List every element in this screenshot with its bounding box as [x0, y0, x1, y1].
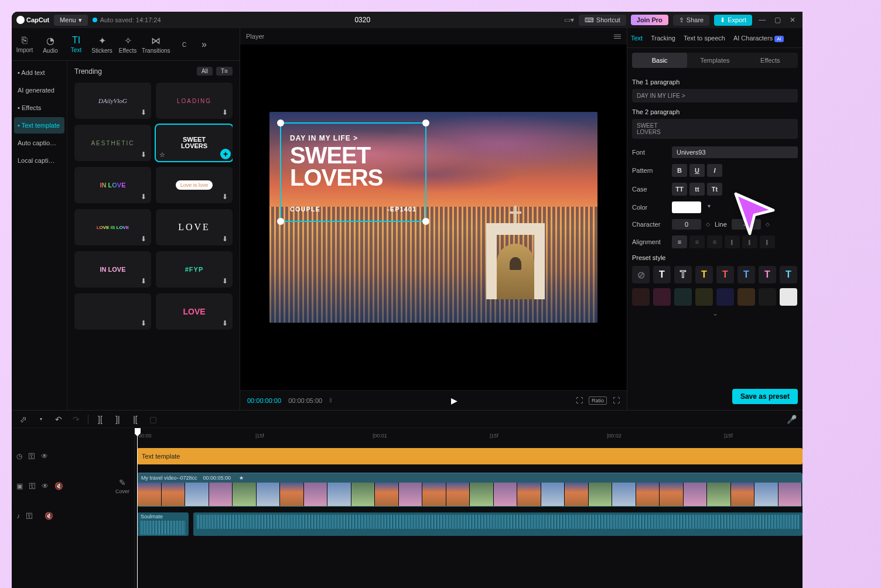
case-tt-button[interactable]: tt: [689, 183, 705, 196]
crop-icon[interactable]: ⛶: [576, 396, 583, 405]
playhead[interactable]: [137, 428, 138, 588]
template-0[interactable]: DAilyVloG⬇: [74, 83, 151, 119]
tool-tab-audio[interactable]: ◔Audio: [37, 28, 63, 60]
character-spacing-input[interactable]: 0: [672, 219, 701, 230]
mic-icon[interactable]: 🎤: [787, 415, 797, 424]
case-tt-button[interactable]: Tt: [707, 183, 722, 196]
template-7[interactable]: LOVE⬇: [156, 209, 233, 245]
pointer-tool[interactable]: ⬀: [18, 415, 29, 424]
template-6[interactable]: LOVE IS LOVE⬇: [74, 209, 151, 245]
sub-tab-basic[interactable]: Basic: [632, 53, 687, 68]
template-2[interactable]: AESTHETIC⬇: [74, 125, 151, 161]
shortcut-button[interactable]: ⌨ Shortcut: [579, 15, 626, 26]
preset-10[interactable]: [674, 288, 692, 306]
player-menu-icon[interactable]: [614, 35, 621, 39]
lock-icon-2[interactable]: ⚿: [29, 482, 36, 490]
prop-tab-tracking[interactable]: Tracking: [651, 32, 675, 44]
bold-button[interactable]: B: [672, 164, 687, 177]
preset-2[interactable]: T: [674, 266, 692, 283]
preset-14[interactable]: [759, 288, 776, 306]
filter-all[interactable]: All: [197, 67, 213, 76]
category-add-text[interactable]: • Add text: [14, 64, 64, 81]
preset-13[interactable]: [737, 288, 755, 306]
pointer-dropdown-icon[interactable]: ▾: [35, 416, 47, 422]
category-ai-generated[interactable]: AI generated: [14, 82, 64, 98]
preset-4[interactable]: T: [716, 266, 734, 283]
mute-icon[interactable]: 🔇: [54, 482, 63, 490]
redo-button[interactable]: ↷: [70, 415, 82, 424]
align-left-button[interactable]: ≡: [672, 235, 687, 248]
minimize-icon[interactable]: —: [757, 16, 767, 24]
track-settings-icon[interactable]: ▣: [16, 482, 23, 490]
preset-none[interactable]: [632, 266, 650, 283]
share-button[interactable]: ⇪ Share: [673, 15, 709, 26]
sort-icon[interactable]: T≡: [216, 67, 233, 76]
template-1[interactable]: LOADING⬇: [156, 83, 233, 119]
prop-tab-text[interactable]: Text: [631, 32, 643, 44]
eye-icon-2[interactable]: 👁: [42, 482, 49, 490]
play-button[interactable]: ▶: [451, 396, 457, 405]
tool-tab-transitions[interactable]: ⋈Transitions: [141, 28, 172, 60]
template-5[interactable]: Love is love⬇: [156, 167, 233, 203]
split-left-tool[interactable]: ]|: [112, 415, 124, 424]
lock-icon-3[interactable]: ⚿: [26, 512, 33, 520]
color-swatch[interactable]: [672, 201, 701, 213]
align-center-button[interactable]: ≡: [689, 235, 705, 248]
video-clip[interactable]: My travel video--0728cc 00:00:05:00 ★: [137, 473, 803, 507]
audio-icon[interactable]: ♪: [16, 512, 20, 520]
menu-button[interactable]: Menu ▾: [54, 15, 88, 26]
align-v3-button[interactable]: ⫿: [760, 235, 775, 248]
template-11[interactable]: LOVE⬇: [156, 293, 233, 330]
preset-3[interactable]: T: [695, 266, 713, 283]
line-spacing-input[interactable]: -2: [732, 219, 761, 230]
text-overlay-selection[interactable]: DAY IN MY LIFE > SWEET LOVERS COUPLE -EP…: [280, 122, 426, 222]
prop-tab-ai-characters[interactable]: AI CharactersAI: [733, 32, 784, 44]
save-preset-button[interactable]: Save as preset: [732, 389, 798, 404]
lock-icon[interactable]: ⚿: [28, 452, 35, 460]
video-viewport[interactable]: DAY IN MY LIFE > SWEET LOVERS COUPLE -EP…: [240, 45, 627, 390]
layout-icon[interactable]: ▭▾: [564, 16, 574, 24]
template-9[interactable]: #FYP⬇: [156, 251, 233, 288]
tool-tab-effects[interactable]: ✧Effects: [115, 28, 141, 60]
tool-tab-text[interactable]: TIText: [63, 28, 89, 60]
text-clip[interactable]: Text template: [137, 448, 803, 464]
mute-icon-2[interactable]: 🔇: [45, 512, 53, 520]
preset-6[interactable]: T: [759, 266, 776, 283]
align-right-button[interactable]: ≡: [707, 235, 722, 248]
font-select[interactable]: Univers93: [672, 146, 798, 158]
fullscreen-icon[interactable]: ⛶: [613, 396, 620, 405]
prop-tab-text-to-speech[interactable]: Text to speech: [684, 32, 725, 44]
preset-11[interactable]: [695, 288, 713, 306]
tool-tab-stickers[interactable]: ✦Stickers: [89, 28, 115, 60]
undo-button[interactable]: ↶: [53, 415, 64, 424]
category-auto-captio-[interactable]: Auto captio…: [14, 135, 64, 151]
split-right-tool[interactable]: |[: [129, 415, 141, 424]
eye-icon[interactable]: 👁: [41, 452, 48, 460]
maximize-icon[interactable]: ▢: [772, 16, 783, 24]
preset-15[interactable]: [780, 288, 797, 306]
export-button[interactable]: ⬇ Export: [714, 15, 752, 26]
para1-input[interactable]: [632, 89, 798, 102]
category-effects[interactable]: • Effects: [14, 100, 64, 116]
levels-icon[interactable]: ⫴: [329, 396, 332, 404]
preset-8[interactable]: [632, 288, 650, 306]
split-tool[interactable]: ][: [94, 415, 106, 424]
preset-9[interactable]: [653, 288, 671, 306]
tool-tab-c[interactable]: C: [172, 28, 197, 60]
preset-7[interactable]: T: [780, 266, 797, 283]
italic-button[interactable]: I: [707, 164, 722, 177]
audio-clip-1[interactable]: Soulmate: [137, 512, 189, 536]
sub-tab-effects[interactable]: Effects: [743, 53, 798, 68]
preset-5[interactable]: T: [737, 266, 755, 283]
template-3[interactable]: SWEET LOVERS+☆: [156, 125, 233, 161]
sub-tab-templates[interactable]: Templates: [687, 53, 742, 68]
join-pro-button[interactable]: Join Pro: [631, 15, 668, 25]
case-tt-button[interactable]: TT: [672, 183, 687, 196]
close-icon[interactable]: ✕: [787, 16, 798, 24]
underline-button[interactable]: U: [689, 164, 705, 177]
template-10[interactable]: ⬇: [74, 293, 151, 330]
para2-input[interactable]: [632, 119, 798, 139]
tool-tabs-more[interactable]: »: [197, 28, 211, 60]
template-4[interactable]: IN LOVE⬇: [74, 167, 151, 203]
preset-1[interactable]: T: [653, 266, 671, 283]
